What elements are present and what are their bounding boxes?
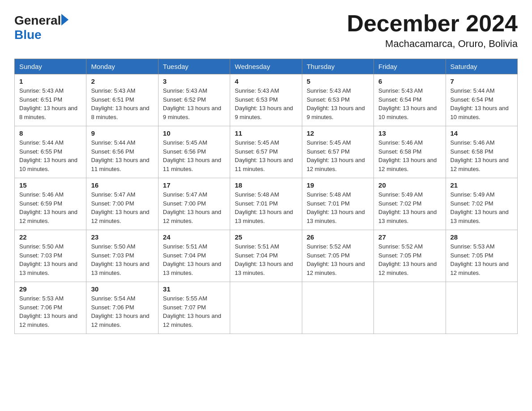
day-number: 28 bbox=[450, 233, 513, 241]
calendar-cell: 23 Sunrise: 5:50 AMSunset: 7:03 PMDaylig… bbox=[86, 230, 158, 282]
day-info: Sunrise: 5:50 AMSunset: 7:03 PMDaylight:… bbox=[19, 243, 77, 276]
day-info: Sunrise: 5:54 AMSunset: 7:06 PMDaylight:… bbox=[91, 295, 149, 328]
calendar-cell: 28 Sunrise: 5:53 AMSunset: 7:05 PMDaylig… bbox=[446, 230, 517, 282]
weekday-header-wednesday: Wednesday bbox=[230, 59, 302, 74]
day-number: 31 bbox=[163, 285, 225, 293]
day-number: 20 bbox=[378, 181, 441, 189]
title-area: December 2024 Machacamarca, Oruro, Boliv… bbox=[347, 11, 518, 50]
calendar-cell: 27 Sunrise: 5:52 AMSunset: 7:05 PMDaylig… bbox=[374, 230, 446, 282]
logo-blue-text: Blue bbox=[14, 28, 42, 42]
day-info: Sunrise: 5:43 AMSunset: 6:52 PMDaylight:… bbox=[163, 87, 221, 120]
day-number: 10 bbox=[163, 129, 225, 137]
day-info: Sunrise: 5:43 AMSunset: 6:51 PMDaylight:… bbox=[19, 87, 77, 120]
day-info: Sunrise: 5:46 AMSunset: 6:58 PMDaylight:… bbox=[378, 139, 437, 172]
day-info: Sunrise: 5:51 AMSunset: 7:04 PMDaylight:… bbox=[235, 243, 293, 276]
calendar-cell bbox=[230, 282, 302, 334]
day-info: Sunrise: 5:43 AMSunset: 6:53 PMDaylight:… bbox=[307, 87, 365, 120]
day-number: 18 bbox=[235, 181, 297, 189]
day-info: Sunrise: 5:45 AMSunset: 6:57 PMDaylight:… bbox=[307, 139, 365, 172]
page-header: General Blue December 2024 Machacamarca,… bbox=[14, 11, 518, 50]
day-info: Sunrise: 5:55 AMSunset: 7:07 PMDaylight:… bbox=[163, 295, 221, 328]
day-number: 9 bbox=[91, 129, 153, 137]
calendar-cell: 25 Sunrise: 5:51 AMSunset: 7:04 PMDaylig… bbox=[230, 230, 302, 282]
day-info: Sunrise: 5:43 AMSunset: 6:53 PMDaylight:… bbox=[235, 87, 293, 120]
day-number: 29 bbox=[19, 285, 82, 293]
day-info: Sunrise: 5:43 AMSunset: 6:51 PMDaylight:… bbox=[91, 87, 149, 120]
calendar-cell: 10 Sunrise: 5:45 AMSunset: 6:56 PMDaylig… bbox=[158, 126, 230, 178]
day-number: 7 bbox=[450, 77, 513, 85]
day-number: 15 bbox=[19, 181, 82, 189]
weekday-header-friday: Friday bbox=[374, 59, 446, 74]
day-info: Sunrise: 5:49 AMSunset: 7:02 PMDaylight:… bbox=[378, 191, 437, 224]
day-info: Sunrise: 5:53 AMSunset: 7:05 PMDaylight:… bbox=[450, 243, 509, 276]
day-number: 1 bbox=[19, 77, 82, 85]
day-info: Sunrise: 5:49 AMSunset: 7:02 PMDaylight:… bbox=[450, 191, 509, 224]
day-info: Sunrise: 5:53 AMSunset: 7:06 PMDaylight:… bbox=[19, 295, 77, 328]
day-info: Sunrise: 5:44 AMSunset: 6:55 PMDaylight:… bbox=[19, 139, 77, 172]
calendar-cell: 31 Sunrise: 5:55 AMSunset: 7:07 PMDaylig… bbox=[158, 282, 230, 334]
calendar-cell: 15 Sunrise: 5:46 AMSunset: 6:59 PMDaylig… bbox=[15, 178, 86, 230]
calendar-cell: 24 Sunrise: 5:51 AMSunset: 7:04 PMDaylig… bbox=[158, 230, 230, 282]
day-number: 19 bbox=[307, 181, 369, 189]
day-number: 25 bbox=[235, 233, 297, 241]
calendar-cell: 17 Sunrise: 5:47 AMSunset: 7:00 PMDaylig… bbox=[158, 178, 230, 230]
calendar-cell: 14 Sunrise: 5:46 AMSunset: 6:58 PMDaylig… bbox=[446, 126, 517, 178]
day-number: 14 bbox=[450, 129, 513, 137]
calendar-cell: 20 Sunrise: 5:49 AMSunset: 7:02 PMDaylig… bbox=[374, 178, 446, 230]
weekday-header-thursday: Thursday bbox=[302, 59, 373, 74]
calendar-cell: 29 Sunrise: 5:53 AMSunset: 7:06 PMDaylig… bbox=[15, 282, 86, 334]
calendar-cell: 26 Sunrise: 5:52 AMSunset: 7:05 PMDaylig… bbox=[302, 230, 373, 282]
day-number: 13 bbox=[378, 129, 441, 137]
day-number: 17 bbox=[163, 181, 225, 189]
day-number: 26 bbox=[307, 233, 369, 241]
calendar-cell: 1 Sunrise: 5:43 AMSunset: 6:51 PMDayligh… bbox=[15, 74, 86, 126]
day-number: 2 bbox=[91, 77, 153, 85]
calendar-cell: 19 Sunrise: 5:48 AMSunset: 7:01 PMDaylig… bbox=[302, 178, 373, 230]
calendar-cell: 9 Sunrise: 5:44 AMSunset: 6:56 PMDayligh… bbox=[86, 126, 158, 178]
location-title: Machacamarca, Oruro, Bolivia bbox=[347, 38, 518, 50]
day-number: 24 bbox=[163, 233, 225, 241]
week-row-1: 1 Sunrise: 5:43 AMSunset: 6:51 PMDayligh… bbox=[15, 74, 518, 126]
day-number: 30 bbox=[91, 285, 153, 293]
weekday-header-monday: Monday bbox=[86, 59, 158, 74]
day-info: Sunrise: 5:47 AMSunset: 7:00 PMDaylight:… bbox=[91, 191, 149, 224]
day-number: 8 bbox=[19, 129, 82, 137]
day-info: Sunrise: 5:45 AMSunset: 6:56 PMDaylight:… bbox=[163, 139, 221, 172]
day-number: 5 bbox=[307, 77, 369, 85]
day-number: 6 bbox=[378, 77, 441, 85]
week-row-5: 29 Sunrise: 5:53 AMSunset: 7:06 PMDaylig… bbox=[15, 282, 518, 334]
week-row-4: 22 Sunrise: 5:50 AMSunset: 7:03 PMDaylig… bbox=[15, 230, 518, 282]
day-number: 23 bbox=[91, 233, 153, 241]
day-info: Sunrise: 5:46 AMSunset: 6:58 PMDaylight:… bbox=[450, 139, 509, 172]
weekday-header-tuesday: Tuesday bbox=[158, 59, 230, 74]
day-info: Sunrise: 5:50 AMSunset: 7:03 PMDaylight:… bbox=[91, 243, 149, 276]
weekday-header-row: SundayMondayTuesdayWednesdayThursdayFrid… bbox=[15, 59, 518, 74]
calendar-cell: 4 Sunrise: 5:43 AMSunset: 6:53 PMDayligh… bbox=[230, 74, 302, 126]
calendar-cell: 13 Sunrise: 5:46 AMSunset: 6:58 PMDaylig… bbox=[374, 126, 446, 178]
weekday-header-sunday: Sunday bbox=[15, 59, 86, 74]
calendar-cell: 21 Sunrise: 5:49 AMSunset: 7:02 PMDaylig… bbox=[446, 178, 517, 230]
week-row-2: 8 Sunrise: 5:44 AMSunset: 6:55 PMDayligh… bbox=[15, 126, 518, 178]
week-row-3: 15 Sunrise: 5:46 AMSunset: 6:59 PMDaylig… bbox=[15, 178, 518, 230]
day-number: 21 bbox=[450, 181, 513, 189]
day-number: 16 bbox=[91, 181, 153, 189]
logo-chevron-icon bbox=[61, 14, 69, 26]
day-number: 3 bbox=[163, 77, 225, 85]
calendar-cell: 11 Sunrise: 5:45 AMSunset: 6:57 PMDaylig… bbox=[230, 126, 302, 178]
day-info: Sunrise: 5:44 AMSunset: 6:56 PMDaylight:… bbox=[91, 139, 149, 172]
calendar-cell: 16 Sunrise: 5:47 AMSunset: 7:00 PMDaylig… bbox=[86, 178, 158, 230]
day-info: Sunrise: 5:43 AMSunset: 6:54 PMDaylight:… bbox=[378, 87, 437, 120]
logo: General Blue bbox=[14, 11, 69, 42]
day-info: Sunrise: 5:52 AMSunset: 7:05 PMDaylight:… bbox=[307, 243, 365, 276]
day-info: Sunrise: 5:52 AMSunset: 7:05 PMDaylight:… bbox=[378, 243, 437, 276]
logo-general-text: General bbox=[14, 13, 61, 28]
weekday-header-saturday: Saturday bbox=[446, 59, 517, 74]
day-info: Sunrise: 5:51 AMSunset: 7:04 PMDaylight:… bbox=[163, 243, 221, 276]
day-info: Sunrise: 5:45 AMSunset: 6:57 PMDaylight:… bbox=[235, 139, 293, 172]
day-number: 27 bbox=[378, 233, 441, 241]
day-info: Sunrise: 5:48 AMSunset: 7:01 PMDaylight:… bbox=[307, 191, 365, 224]
calendar-cell: 7 Sunrise: 5:44 AMSunset: 6:54 PMDayligh… bbox=[446, 74, 517, 126]
month-title: December 2024 bbox=[347, 11, 518, 36]
calendar-cell bbox=[374, 282, 446, 334]
day-info: Sunrise: 5:46 AMSunset: 6:59 PMDaylight:… bbox=[19, 191, 77, 224]
